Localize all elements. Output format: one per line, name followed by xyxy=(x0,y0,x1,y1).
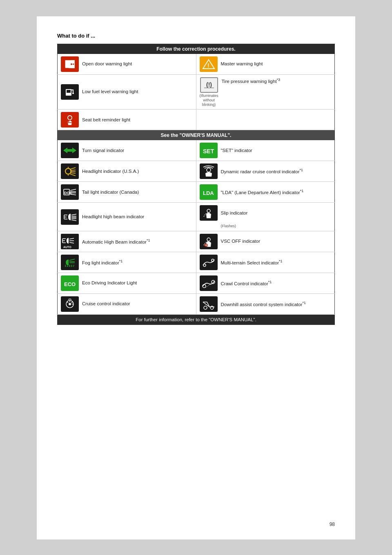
slip-note: (Flashes) xyxy=(221,224,236,228)
page-number: 98 xyxy=(330,521,335,527)
low-fuel-icon xyxy=(61,84,79,100)
multi-terrain-label: Multi-terrain Select indicator*1 xyxy=(221,259,283,266)
slip-label: Slip indicator xyxy=(221,210,248,217)
svg-line-31 xyxy=(70,173,76,173)
svg-text:(!): (!) xyxy=(206,81,212,88)
table-row: Headlight indicator (U.S.A.) Dynami xyxy=(58,161,335,182)
multi-terrain-sup: *1 xyxy=(279,259,283,263)
tail-light-icon: DOE xyxy=(61,184,79,200)
svg-point-3 xyxy=(71,63,72,65)
dynamic-radar-label: Dynamic radar cruise control indicator*1 xyxy=(221,168,303,175)
dynamic-radar-icon xyxy=(200,163,218,179)
lda-label: "LDA" (Lane Departure Alert) indicator*1 xyxy=(221,188,304,196)
svg-text:!: ! xyxy=(207,62,209,69)
table-footer: For further information, refer to the "O… xyxy=(58,315,334,324)
dynamic-radar-sup: *1 xyxy=(300,168,303,172)
svg-rect-13 xyxy=(72,93,74,94)
lda-sup: *1 xyxy=(300,189,304,193)
svg-rect-93 xyxy=(201,298,216,310)
tire-pressure-icon-wrapper: (!) (Illuminateswithoutblinking) xyxy=(200,77,218,107)
table-row: Low fuel level warning light (!) (Illu xyxy=(58,75,335,110)
fog-light-icon xyxy=(61,255,79,270)
page-section-title: What to do if ... xyxy=(57,33,335,39)
headlight-usa-label: Headlight indicator (U.S.A.) xyxy=(82,168,139,175)
turn-signal-icon xyxy=(61,143,79,158)
set-indicator-icon: SET xyxy=(200,143,218,158)
table-row: AUTO Automatic High Beam indicator*1 xyxy=(58,231,335,252)
fog-light-sup: *1 xyxy=(119,259,123,263)
low-fuel-label: Low fuel level warning light xyxy=(82,89,138,95)
svg-rect-12 xyxy=(73,90,74,93)
slip-indicator-icon xyxy=(200,205,218,221)
multi-terrain-icon xyxy=(200,255,218,270)
open-door-icon: door xyxy=(61,56,79,72)
tire-pressure-icon: (!) xyxy=(200,77,218,93)
lda-icon: LDA xyxy=(200,184,218,200)
cruise-control-icon xyxy=(61,296,79,312)
headlight-highbeam-label: Headlight high beam indicator xyxy=(82,214,144,220)
tire-pressure-label: Tire pressure warning light*3 xyxy=(222,77,281,85)
table-row: DOE Tail light indicator (Canada) xyxy=(58,182,335,203)
turn-signal-label: Turn signal indicator xyxy=(82,148,124,154)
seatbelt-icon xyxy=(61,112,79,128)
table-row: ECO Eco Driving Indicator Light xyxy=(58,273,335,294)
headlight-usa-icon xyxy=(61,163,79,179)
table-row: Seat belt reminder light xyxy=(58,110,335,130)
page: What to do if ... Follow the correction … xyxy=(37,16,355,539)
cruise-control-label: Cruise control indicator xyxy=(82,301,130,307)
tire-pressure-note: (Illuminateswithoutblinking) xyxy=(200,94,218,107)
auto-highbeam-sup: *1 xyxy=(147,238,150,242)
svg-text:LDA: LDA xyxy=(203,190,214,196)
vsc-off-label: VSC OFF indicator xyxy=(221,238,261,245)
svg-text:door: door xyxy=(64,67,69,69)
seatbelt-label: Seat belt reminder light xyxy=(82,117,130,123)
crawl-control-label: Crawl Control indicator*1 xyxy=(221,280,272,287)
svg-rect-10 xyxy=(67,90,71,93)
vsc-off-icon: OFF OFF xyxy=(200,234,218,249)
tire-pressure-sup: *3 xyxy=(277,78,281,82)
table-row: Cruise control indicator Downhill a xyxy=(58,294,335,315)
svg-text:AUTO: AUTO xyxy=(63,246,71,248)
set-indicator-label: "SET" indicator xyxy=(221,148,252,154)
eco-icon: ECO xyxy=(61,275,79,291)
table-header-correction: Follow the correction procedures. xyxy=(58,44,334,54)
open-door-label: Open door warning light xyxy=(82,61,132,67)
eco-label: Eco Driving Indicator Light xyxy=(82,280,137,286)
table-row: Turn signal indicator SET "SET" indicato… xyxy=(58,140,335,161)
main-table: Follow the correction procedures. xyxy=(57,44,335,325)
headlight-highbeam-icon xyxy=(61,209,79,225)
table-header-owners-manual: See the "OWNER'S MANUAL". xyxy=(58,130,334,140)
svg-text:ECO: ECO xyxy=(64,281,76,287)
crawl-control-icon xyxy=(200,275,218,291)
downhill-assist-label: Downhill assist control system indicator… xyxy=(221,300,306,308)
master-warning-icon: ! xyxy=(200,56,218,72)
table-row: Headlight high beam indicator xyxy=(58,203,335,231)
downhill-assist-sup: *1 xyxy=(303,301,306,305)
table-row: Fog light indicator*1 Multi-terrain Sele… xyxy=(58,252,335,273)
tail-light-label: Tail light indicator (Canada) xyxy=(82,189,139,196)
svg-line-29 xyxy=(70,170,76,170)
table-row: door Open door warning light ! M xyxy=(58,54,335,75)
auto-highbeam-icon: AUTO xyxy=(61,234,79,249)
auto-highbeam-label: Automatic High Beam indicator*1 xyxy=(82,238,150,245)
svg-point-88 xyxy=(69,303,71,305)
downhill-assist-icon xyxy=(200,296,218,312)
svg-text:SET: SET xyxy=(203,148,214,154)
master-warning-label: Master warning light xyxy=(221,61,263,67)
crawl-control-sup: *1 xyxy=(268,280,272,284)
fog-light-label: Fog light indicator*1 xyxy=(82,259,122,266)
svg-text:OFF: OFF xyxy=(205,244,209,246)
